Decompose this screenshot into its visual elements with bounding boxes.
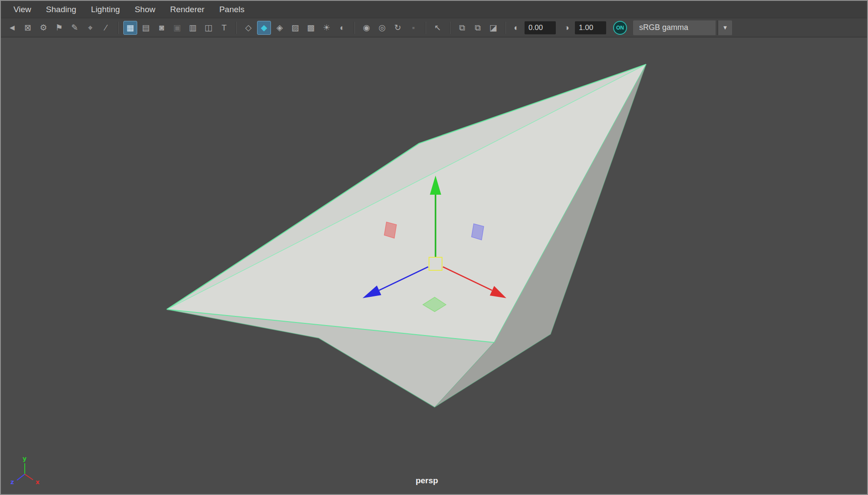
perspective-viewport[interactable]: y z x persp [1, 37, 867, 494]
menu-show[interactable]: Show [127, 1, 163, 18]
camera-name-label: persp [416, 476, 438, 485]
textured-icon[interactable]: ▨ [288, 21, 302, 35]
safe-action-icon[interactable]: ◫ [201, 21, 215, 35]
toolbar-separator [236, 22, 237, 34]
tear-off-copy-icon[interactable]: ⧉ [455, 21, 469, 35]
motion-blur-icon[interactable]: ◎ [375, 21, 389, 35]
panel-menu-bar: View Shading Lighting Show Renderer Pane… [1, 1, 867, 18]
ssao-icon[interactable]: ◉ [360, 21, 373, 35]
color-management-toggle[interactable]: ON [613, 21, 627, 35]
axis-gizmo-x [25, 474, 33, 480]
maya-viewport-panel: View Shading Lighting Show Renderer Pane… [0, 0, 868, 495]
image-plane-icon[interactable]: ✎ [68, 21, 82, 35]
lock-camera-icon[interactable]: ⊠ [21, 21, 35, 35]
toolbar-separator [354, 22, 355, 34]
view-transform-dropdown[interactable]: sRGB gamma [633, 20, 716, 35]
menu-view[interactable]: View [6, 1, 39, 18]
snapshot-icon[interactable]: ◪ [486, 21, 500, 35]
menu-panels[interactable]: Panels [212, 1, 252, 18]
axis-gizmo-y-label: y [23, 455, 26, 462]
selected-poly-object[interactable] [167, 64, 646, 407]
anti-aliasing-icon[interactable]: ↻ [391, 21, 405, 35]
manipulator-xy-plane-handle[interactable] [472, 224, 484, 240]
resolution-gate-icon[interactable]: ◙ [155, 21, 168, 35]
chevron-down-icon[interactable]: ▼ [717, 20, 732, 35]
menu-lighting[interactable]: Lighting [84, 1, 128, 18]
depth-of-field-icon[interactable]: ▪ [406, 21, 420, 35]
select-camera-icon[interactable]: ◄ [5, 21, 19, 35]
contrast-icon: ◑ [561, 21, 572, 35]
exposure-icon: ◐ [511, 21, 522, 35]
axis-gizmo-z [17, 474, 25, 480]
manipulator-yz-plane-handle[interactable] [384, 222, 396, 238]
axis-gizmo-x-label: x [36, 478, 40, 485]
smooth-shade-icon[interactable]: ◆ [257, 21, 271, 35]
grease-pencil-icon[interactable]: ∕ [99, 21, 113, 35]
wireframe-icon[interactable]: ◇ [241, 21, 255, 35]
marquee-select-icon[interactable]: ↖ [431, 21, 445, 35]
menu-renderer[interactable]: Renderer [163, 1, 212, 18]
exposure-field[interactable]: 0.00 [525, 21, 556, 34]
lighting-icon[interactable]: ☀ [320, 21, 333, 35]
toolbar-separator [425, 22, 426, 34]
field-chart-icon[interactable]: ▥ [186, 21, 200, 35]
axis-gizmo: y z x [10, 455, 40, 485]
wireframe-on-shaded-icon[interactable]: ◈ [273, 21, 287, 35]
film-gate-icon[interactable]: ▤ [139, 21, 153, 35]
tear-off-icon[interactable]: ⧉ [471, 21, 485, 35]
safe-title-icon[interactable]: T [217, 21, 231, 35]
toolbar-separator [118, 22, 119, 34]
menu-shading[interactable]: Shading [39, 1, 84, 18]
pan-zoom-icon[interactable]: ⌖ [83, 21, 97, 35]
shadows-icon[interactable]: ◐ [335, 21, 349, 35]
toolbar-separator [505, 22, 506, 34]
grid-icon[interactable]: ▦ [123, 21, 137, 35]
toolbar-separator [449, 22, 450, 34]
gate-mask-icon[interactable]: ▣ [170, 21, 184, 35]
gamma-field[interactable]: 1.00 [575, 21, 606, 34]
use-default-material-icon[interactable]: ▩ [304, 21, 318, 35]
axis-gizmo-z-label: z [10, 478, 14, 485]
panel-toolbar: ◄ ⊠ ⚙ ⚑ ✎ ⌖ ∕ ▦ ▤ ◙ ▣ ▥ ◫ T ◇ ◆ ◈ ▨ ▩ ☀ … [1, 18, 867, 37]
camera-attributes-icon[interactable]: ⚙ [36, 21, 50, 35]
bookmark-icon[interactable]: ⚑ [52, 21, 66, 35]
viewport-canvas[interactable]: y z x [1, 37, 867, 494]
